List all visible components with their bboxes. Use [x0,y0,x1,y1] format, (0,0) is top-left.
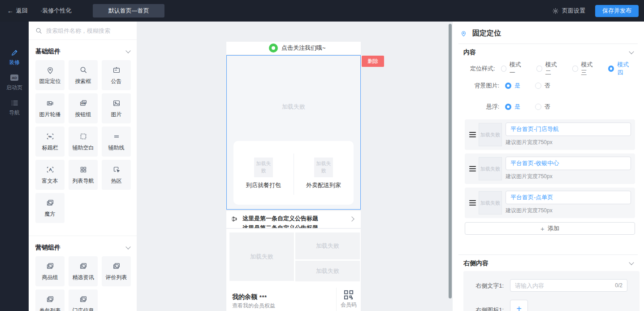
component-item-coupon-list[interactable]: 券包列表 [35,289,65,311]
cube-image-left: 加载失败 [229,232,294,281]
radio-mode-1[interactable]: 模式一 [501,61,525,77]
content-section-header[interactable]: 内容 [463,48,633,57]
add-item-button[interactable]: + 添加 [465,222,635,235]
nav-item-card: 加载失败 建议图片宽度750px [465,119,635,150]
member-code-section[interactable]: 会员码 [336,288,361,311]
component-item-announcement[interactable]: 公告 [102,60,131,90]
save-publish-button[interactable]: 保存并发布 [595,5,639,17]
item-image-upload[interactable]: 加载失败 [479,157,502,180]
pin-icon [460,30,467,37]
radio-float-no[interactable]: 否 [535,103,550,111]
radio-mode-2[interactable]: 模式二 [536,61,560,77]
right-text-field: 0/2 [510,279,627,292]
delete-module-button[interactable]: 删除 [362,56,384,67]
rail-item-splash[interactable]: AD 启动页 [0,74,29,92]
follow-avatar-icon [269,44,278,53]
section-title: 内容 [463,48,476,57]
component-item-hotzone[interactable]: 热区 [102,160,131,190]
selected-fixed-position-module[interactable]: 加载失败 加载失败 到店就餐打包 加载失败 外卖配送到家 [226,55,361,210]
section-header-marketing[interactable]: 营销组件 [29,236,137,256]
member-balance-module[interactable]: 我的余额*** 查看我的会员权益 会员码 [226,288,361,311]
delivery-cell[interactable]: 加载失败 外卖配送到家 [294,141,354,205]
component-item-richtext[interactable]: A 富文本 [35,160,65,190]
rail-item-decorate[interactable]: 装修 [0,48,29,66]
radio-float-yes[interactable]: 是 [505,103,520,111]
section-header-basic[interactable]: 基础组件 [29,40,137,60]
radio-icon [501,66,506,72]
basic-components-grid: 固定定位 搜索框 公告 图片轮播 BTN 按钮组 图片 [29,60,137,223]
radio-selected-icon [505,104,511,110]
right-content-section-header[interactable]: 右侧内容 [463,259,633,267]
divider-line-icon [112,131,121,141]
announcement-module[interactable]: 这里是第一条自定义公告标题 这里是第二条自定义公告标题 [226,211,361,228]
back-button[interactable]: ← 返回 [7,7,28,15]
follow-bar-module[interactable]: 点击关注我们哦~ [226,42,361,54]
radio-bg-yes[interactable]: 是 [505,82,520,90]
svg-text:A: A [49,167,52,172]
item-link-input[interactable] [506,123,631,136]
chevron-down-icon [125,48,130,53]
page-tab[interactable]: 默认首页—首页 [93,4,164,18]
magnifier-icon [78,65,88,75]
divider [458,44,638,44]
radio-icon [535,104,541,110]
component-label: 固定定位 [39,78,61,85]
component-item-button-group[interactable]: BTN 按钮组 [69,93,98,123]
image-icon [112,98,121,108]
component-item-search-box[interactable]: 搜索框 [69,60,98,90]
radio-mode-3[interactable]: 模式三 [572,61,596,77]
back-label: 返回 [16,7,28,15]
component-item-fixed-position[interactable]: 固定定位 [35,60,65,90]
drag-handle-icon[interactable] [469,200,476,206]
item-link-input[interactable] [506,157,631,170]
hotzone-icon [112,165,121,175]
radio-label: 是 [514,103,520,111]
component-item-store-info[interactable]: 门店信息 [69,289,98,311]
chevron-down-icon [629,260,634,265]
component-item-cube[interactable]: 魔方 [35,193,65,223]
component-item-title-bar[interactable]: Title 标题栏 [35,127,65,157]
vertical-scrollbar[interactable] [449,24,452,298]
radio-bg-no[interactable]: 否 [535,82,550,90]
member-code-label: 会员码 [341,301,357,309]
component-label: 图片轮播 [39,111,61,118]
component-label: 评价列表 [106,274,127,281]
position-style-row: 定位样式: 模式一 模式二 模式三 模式四 [463,61,644,77]
dine-in-cell[interactable]: 加载失败 到店就餐打包 [233,141,294,205]
right-text-input[interactable] [515,282,615,289]
component-item-list-nav[interactable]: 列表导航 [69,160,98,190]
component-label: 公告 [111,78,122,85]
radio-label: 否 [545,103,550,111]
radio-mode-4[interactable]: 模式四 [608,61,632,77]
rail-item-navigation[interactable]: 导航 [0,99,29,117]
icon-upload-button[interactable]: + [510,300,528,311]
search-input[interactable] [46,27,130,34]
drag-handle-icon[interactable] [469,166,476,171]
cube-module[interactable]: 加载失败 加载失败 加载失败 [226,229,361,288]
image-size-hint: 建议图片宽度750px [506,173,553,180]
component-item-product-group[interactable]: 商品组 [35,256,65,286]
page-settings-button[interactable]: 页面设置 [552,7,585,15]
drag-handle-icon[interactable] [469,132,476,137]
item-link-input[interactable] [506,191,631,204]
component-item-review-list[interactable]: 评价列表 [102,256,131,286]
component-item-divider-line[interactable]: 辅助线 [102,127,131,157]
member-rights-link[interactable]: 查看我的会员权益 [232,302,275,310]
component-item-carousel[interactable]: 图片轮播 [35,93,65,123]
image-load-fail-text: 加载失败 [227,103,360,111]
background-image-label: 背景图片: [463,82,499,90]
page-settings-label: 页面设置 [562,7,585,15]
component-item-featured-news[interactable]: 精选资讯 [69,256,98,286]
image-stack-icon [45,294,55,304]
component-label: 图片 [111,111,122,118]
component-item-image[interactable]: 图片 [102,93,131,123]
divider [458,254,638,255]
image-load-fail-box: 加载失败 [254,158,273,177]
item-image-upload[interactable]: 加载失败 [479,123,502,146]
balance-masked-value: *** [259,294,267,301]
item-image-upload[interactable]: 加载失败 [479,191,502,215]
float-label: 悬浮: [463,103,499,111]
rail-label: 启动页 [6,84,22,92]
component-item-blank-space[interactable]: 辅助空白 [69,127,98,157]
image-size-hint: 建议图片宽度750px [506,139,553,146]
